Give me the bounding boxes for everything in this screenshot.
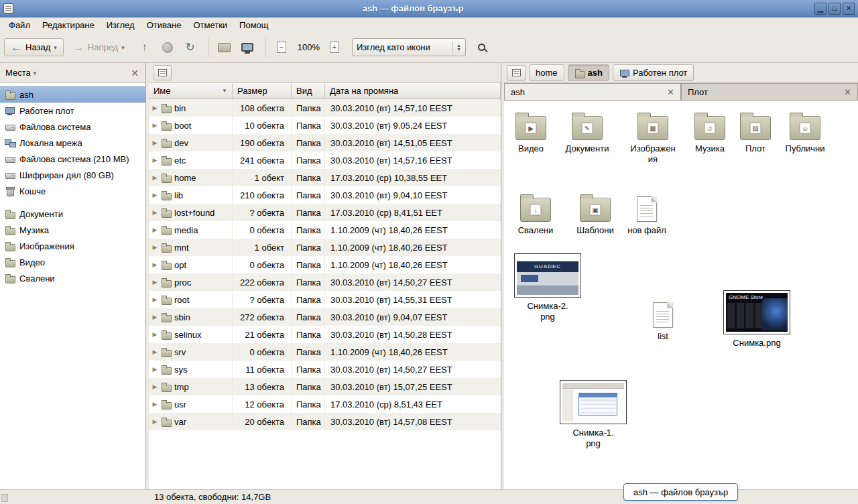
table-row[interactable]: ▶ selinux 21 обекта Папка 30.03.2010 (вт… xyxy=(149,326,501,343)
table-row[interactable]: ▶ usr 12 обекта Папка 17.03.2010 (ср) 8,… xyxy=(149,395,501,413)
menu-item[interactable]: Изглед xyxy=(101,19,141,32)
expander-icon[interactable]: ▶ xyxy=(151,105,158,111)
expander-icon[interactable]: ▶ xyxy=(151,227,158,233)
icon-item-public[interactable]: ☺ Публични xyxy=(780,113,831,154)
icon-item-music[interactable]: ♫ Музика xyxy=(684,113,735,154)
home-folder-button[interactable] xyxy=(214,37,235,58)
close-sidebar-icon[interactable]: ✕ xyxy=(129,68,140,78)
table-row[interactable]: ▶ lost+found ? обекта Папка 17.03.2010 (… xyxy=(149,204,501,221)
expander-icon[interactable]: ▶ xyxy=(151,279,158,286)
places-title[interactable]: Места xyxy=(5,68,31,78)
expander-icon[interactable]: ▶ xyxy=(151,244,158,251)
close-button[interactable]: ✕ xyxy=(843,3,855,15)
minimize-button[interactable]: ▁ xyxy=(814,3,826,15)
up-button[interactable]: ↑ xyxy=(134,37,156,58)
taskbar-window-button[interactable]: ash — файлов браузър xyxy=(623,483,738,501)
expander-icon[interactable]: ▶ xyxy=(151,366,158,373)
sidebar-item[interactable]: Файлова система xyxy=(0,119,145,135)
icon-item-snimka[interactable]: GNOME Store Снимка.png xyxy=(722,290,792,349)
expander-icon[interactable]: ▶ xyxy=(151,401,158,407)
menu-item[interactable]: Редактиране xyxy=(36,19,101,32)
table-row[interactable]: ▶ srv 0 обекта Папка 1.10.2009 (чт) 18,4… xyxy=(149,343,501,361)
computer-button[interactable] xyxy=(237,37,258,58)
menu-item[interactable]: Отиване xyxy=(141,19,188,32)
expander-icon[interactable]: ▶ xyxy=(151,209,158,216)
expander-icon[interactable]: ▶ xyxy=(151,418,158,425)
expander-icon[interactable]: ▶ xyxy=(151,331,158,338)
sidebar-item[interactable]: Изображения xyxy=(0,238,145,254)
table-row[interactable]: ▶ var 20 обекта Папка 30.03.2010 (вт) 14… xyxy=(149,413,501,430)
zoom-out-button[interactable]: − xyxy=(271,37,292,58)
expander-icon[interactable]: ▶ xyxy=(151,122,158,129)
breadcrumb-ash[interactable]: ash xyxy=(568,64,609,81)
resize-grip[interactable] xyxy=(1,494,8,502)
menu-item[interactable]: Помощ xyxy=(233,19,274,32)
tab-ash[interactable]: ash ✕ xyxy=(504,83,681,100)
sidebar-item[interactable]: Документи xyxy=(0,206,145,222)
expander-icon[interactable]: ▶ xyxy=(151,296,158,303)
icon-item-documents[interactable]: ✎ Документи xyxy=(562,113,613,154)
maximize-button[interactable]: □ xyxy=(829,3,841,15)
expander-icon[interactable]: ▶ xyxy=(151,314,158,320)
chevron-down-icon[interactable]: ▾ xyxy=(34,70,37,76)
expander-icon[interactable]: ▶ xyxy=(151,157,158,164)
expander-icon[interactable]: ▶ xyxy=(151,174,158,181)
icon-item-images[interactable]: ▦ Изображен ия xyxy=(627,113,678,164)
icon-item-list[interactable]: list xyxy=(637,300,688,342)
tab-plot[interactable]: Плот ✕ xyxy=(681,83,858,100)
table-row[interactable]: ▶ tmp 13 обекта Папка 30.03.2010 (вт) 15… xyxy=(149,378,501,395)
icon-item-desktop[interactable]: ▤ Плот xyxy=(730,113,781,154)
icon-item-downloads[interactable]: ↓ Свалени xyxy=(510,194,561,236)
breadcrumb-home[interactable]: home xyxy=(529,64,564,81)
table-row[interactable]: ▶ sys 11 обекта Папка 30.03.2010 (вт) 14… xyxy=(149,361,501,378)
forward-button[interactable]: → Напред ▾ xyxy=(66,38,131,56)
close-tab-icon[interactable]: ✕ xyxy=(667,87,674,97)
sidebar-item[interactable]: Шифриран дял (80 GB) xyxy=(0,167,145,183)
expander-icon[interactable]: ▶ xyxy=(151,383,158,390)
table-row[interactable]: ▶ sbin 272 обекта Папка 30.03.2010 (вт) … xyxy=(149,308,501,326)
sidebar-item[interactable]: ash xyxy=(0,86,145,103)
back-button[interactable]: ← Назад ▾ xyxy=(4,38,64,56)
close-tab-icon[interactable]: ✕ xyxy=(844,87,851,97)
table-row[interactable]: ▶ home 1 обект Папка 17.03.2010 (ср) 10,… xyxy=(149,169,501,186)
sidebar-item[interactable]: Работен плот xyxy=(0,103,145,119)
table-row[interactable]: ▶ media 0 обекта Папка 1.10.2009 (чт) 18… xyxy=(149,221,501,239)
sidebar-item[interactable]: Локална мрежа xyxy=(0,135,145,151)
table-row[interactable]: ▶ etc 241 обекта Папка 30.03.2010 (вт) 1… xyxy=(149,151,501,169)
sidebar-item[interactable]: Видео xyxy=(0,254,145,270)
reload-button[interactable]: ↻ xyxy=(180,37,201,58)
icon-item-new-file[interactable]: нов файл xyxy=(621,194,672,236)
table-row[interactable]: ▶ bin 108 обекта Папка 30.03.2010 (вт) 1… xyxy=(149,99,501,117)
table-row[interactable]: ▶ root ? обекта Папка 30.03.2010 (вт) 14… xyxy=(149,291,501,308)
view-mode-select[interactable]: Изглед като икони ▲▼ xyxy=(352,38,466,56)
expander-icon[interactable]: ▶ xyxy=(151,139,158,146)
menu-item[interactable]: Файл xyxy=(3,19,36,32)
table-row[interactable]: ▶ dev 190 обекта Папка 30.03.2010 (вт) 1… xyxy=(149,134,501,151)
column-header-size[interactable]: Размер xyxy=(233,83,292,99)
column-header-date[interactable]: Дата на промяна xyxy=(325,83,501,99)
menu-item[interactable]: Отметки xyxy=(187,19,233,32)
icon-item-snimka2[interactable]: GUADEC Снимка-2. png xyxy=(513,253,583,322)
icon-item-templates[interactable]: ▣ Шаблони xyxy=(570,194,621,236)
table-row[interactable]: ▶ opt 0 обекта Папка 1.10.2009 (чт) 18,4… xyxy=(149,256,501,273)
column-header-name[interactable]: Име ▼ xyxy=(149,83,233,99)
search-button[interactable] xyxy=(471,37,493,58)
stop-button[interactable] xyxy=(157,37,178,58)
icon-item-video[interactable]: ▶ Видео xyxy=(505,113,556,154)
sidebar-item[interactable]: Свалени xyxy=(0,270,145,286)
breadcrumb-desktop[interactable]: Работен плот xyxy=(613,64,694,81)
column-header-type[interactable]: Вид xyxy=(292,83,325,99)
pane-view-button[interactable] xyxy=(153,65,172,80)
expander-icon[interactable]: ▶ xyxy=(151,192,158,198)
sidebar-item[interactable]: Файлова система (210 MB) xyxy=(0,151,145,167)
table-row[interactable]: ▶ proc 222 обекта Папка 30.03.2010 (вт) … xyxy=(149,273,501,291)
table-row[interactable]: ▶ boot 10 обекта Папка 30.03.2010 (вт) 9… xyxy=(149,117,501,134)
chevron-down-icon[interactable]: ▾ xyxy=(54,44,57,51)
expander-icon[interactable]: ▶ xyxy=(151,261,158,268)
sidebar-item[interactable]: Кошче xyxy=(0,183,145,199)
sidebar-item[interactable]: Музика xyxy=(0,222,145,238)
expander-icon[interactable]: ▶ xyxy=(151,349,158,355)
icon-item-snimka1[interactable]: Снимка-1. png xyxy=(558,380,628,448)
breadcrumb-root-button[interactable] xyxy=(507,65,526,81)
table-row[interactable]: ▶ mnt 1 обект Папка 1.10.2009 (чт) 18,40… xyxy=(149,239,501,256)
